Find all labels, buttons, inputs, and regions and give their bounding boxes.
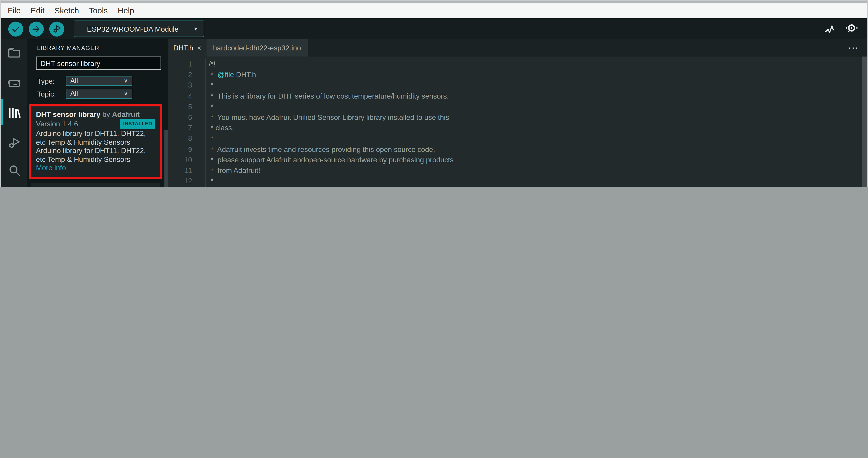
code-line: * Written by Adafruit Industries.	[209, 186, 867, 187]
library-entry[interactable]: DHT sensor library by AdafruitVersion 1.…	[31, 107, 160, 176]
debug-icon	[6, 135, 22, 150]
sketchbook-folder-icon	[6, 45, 22, 60]
toolbar: ESP32-WROOM-DA Module ▼	[1, 18, 867, 39]
arduino-ide-window: FileEditSketchToolsHelp ESP32-WROOM-DA M…	[0, 0, 868, 187]
version-label: Version 1.4.6	[36, 120, 120, 128]
line-number: 7	[168, 122, 192, 133]
type-filter-row: Type: All ∨	[37, 76, 132, 86]
library-manager-icon	[6, 105, 22, 120]
board-selector[interactable]: ESP32-WROOM-DA Module ▼	[73, 21, 204, 37]
tab-dht-h[interactable]: DHT.h×	[168, 39, 206, 57]
panel-title: LIBRARY MANAGER	[37, 44, 99, 51]
version-row: Version 1.4.6INSTALLED	[36, 119, 155, 129]
code-line: * class.	[209, 122, 867, 133]
editor-area: DHT.h×hardcoded-dht22-esp32.ino··· 12345…	[168, 39, 867, 187]
sidebar-scrollbar[interactable]	[164, 130, 168, 187]
library-entry[interactable]: DHT sensor library for ESPx by beegee_to…	[31, 183, 160, 187]
code-line: * You must have Adafruit Unified Sensor …	[209, 112, 867, 122]
window-title-strip	[1, 1, 867, 3]
line-number-gutter: 1234567891011121314151617181920212223242…	[168, 59, 192, 187]
tab-label: DHT.h	[173, 44, 193, 52]
sidebar-item-boards-manager[interactable]	[1, 70, 27, 95]
highlight-red-box: DHT sensor library by AdafruitVersion 1.…	[29, 104, 162, 179]
topic-select[interactable]: All ∨	[66, 89, 132, 98]
library-search-input[interactable]	[36, 57, 161, 70]
activity-bar	[1, 39, 27, 187]
code-line: * @file DHT.h	[209, 69, 867, 80]
library-entry-wrap: DHT sensor library for ESPx by beegee_to…	[31, 183, 160, 187]
sidebar-item-debug[interactable]	[1, 130, 27, 154]
more-info-link[interactable]: More info	[36, 164, 155, 172]
search-icon	[6, 163, 22, 178]
line-number: 1	[168, 59, 192, 69]
code-line: *	[209, 176, 867, 186]
upload-arrow-icon	[32, 24, 41, 34]
library-name: DHT sensor library	[36, 110, 100, 119]
line-number: 10	[168, 154, 192, 165]
boards-manager-icon	[6, 75, 22, 90]
menu-item-help[interactable]: Help	[113, 3, 139, 18]
type-select-value: All	[70, 77, 124, 85]
line-number: 6	[168, 112, 192, 122]
upload-button[interactable]	[29, 21, 43, 36]
code-content: /*! * @file DHT.h * * This is a library …	[206, 59, 867, 187]
line-number: 9	[168, 144, 192, 154]
close-icon[interactable]: ×	[197, 44, 202, 52]
type-select[interactable]: All ∨	[66, 76, 132, 86]
code-editor[interactable]: 1234567891011121314151617181920212223242…	[168, 57, 867, 187]
main-area: LIBRARY MANAGER Type: All ∨ Topic: All ∨…	[1, 39, 867, 187]
sidebar-item-search[interactable]	[1, 158, 27, 182]
tab-overflow-menu-icon[interactable]: ···	[848, 39, 859, 57]
tab-hardcoded-dht22-esp32-ino[interactable]: hardcoded-dht22-esp32.ino	[207, 39, 308, 57]
library-description: Arduino library for DHT11, DHT22, etc Te…	[36, 129, 155, 146]
line-number: 8	[168, 133, 192, 144]
code-line: /*!	[209, 59, 867, 69]
serial-monitor-icon[interactable]	[845, 22, 858, 35]
chevron-down-icon: ▼	[193, 26, 198, 32]
code-line: * please support Adafruit andopen-source…	[209, 154, 867, 165]
by-label: by	[134, 187, 142, 187]
sidebar-item-library-manager[interactable]	[1, 101, 27, 125]
library-author: Adafruit	[112, 110, 140, 119]
code-line: *	[209, 133, 867, 144]
tab-label: hardcoded-dht22-esp32.ino	[213, 44, 301, 52]
type-filter-label: Type:	[37, 77, 66, 85]
debug-icon	[52, 24, 62, 34]
line-number: 2	[168, 69, 192, 80]
code-line: * This is a library for DHT series of lo…	[209, 91, 867, 101]
code-line: * from Adafruit!	[209, 165, 867, 176]
topic-select-value: All	[70, 90, 124, 97]
menu-item-edit[interactable]: Edit	[26, 3, 50, 18]
library-manager-panel: LIBRARY MANAGER Type: All ∨ Topic: All ∨…	[27, 39, 168, 187]
chevron-down-icon: ∨	[124, 91, 128, 96]
code-line: *	[209, 101, 867, 112]
library-entry-title: DHT sensor library by Adafruit	[36, 110, 155, 119]
topic-filter-row: Topic: All ∨	[37, 89, 132, 98]
menu-bar: FileEditSketchToolsHelp	[1, 3, 867, 18]
by-label: by	[102, 110, 110, 119]
line-number: 4	[168, 91, 192, 101]
serial-plotter-icon[interactable]	[824, 22, 836, 35]
debug-button[interactable]	[49, 21, 64, 36]
line-number: 13	[168, 187, 192, 187]
library-description: Arduino library for DHT11, DHT22, etc Te…	[36, 146, 155, 164]
menu-item-file[interactable]: File	[3, 3, 26, 18]
verify-check-icon	[11, 24, 21, 34]
sidebar-item-sketchbook[interactable]	[1, 40, 27, 65]
library-entry-list: DHT sensor library by AdafruitVersion 1.…	[27, 104, 168, 187]
menu-item-sketch[interactable]: Sketch	[50, 3, 84, 18]
editor-tab-bar: DHT.h×hardcoded-dht22-esp32.ino···	[168, 39, 867, 57]
line-number: 3	[168, 80, 192, 91]
library-name: DHT sensor library for ESPx	[36, 187, 132, 187]
verify-button[interactable]	[8, 21, 23, 36]
library-entry-title: DHT sensor library for ESPx by beegee_to…	[36, 187, 155, 187]
line-number: 11	[168, 165, 192, 176]
menu-item-tools[interactable]: Tools	[84, 3, 113, 18]
code-line: * Adafruit invests time and resources pr…	[209, 144, 867, 154]
editor-scrollbar[interactable]	[862, 57, 867, 187]
installed-badge: INSTALLED	[120, 119, 155, 129]
line-number: 12	[168, 176, 192, 187]
chevron-down-icon: ∨	[124, 78, 128, 84]
topic-filter-label: Topic:	[37, 89, 66, 98]
line-number: 5	[168, 101, 192, 112]
